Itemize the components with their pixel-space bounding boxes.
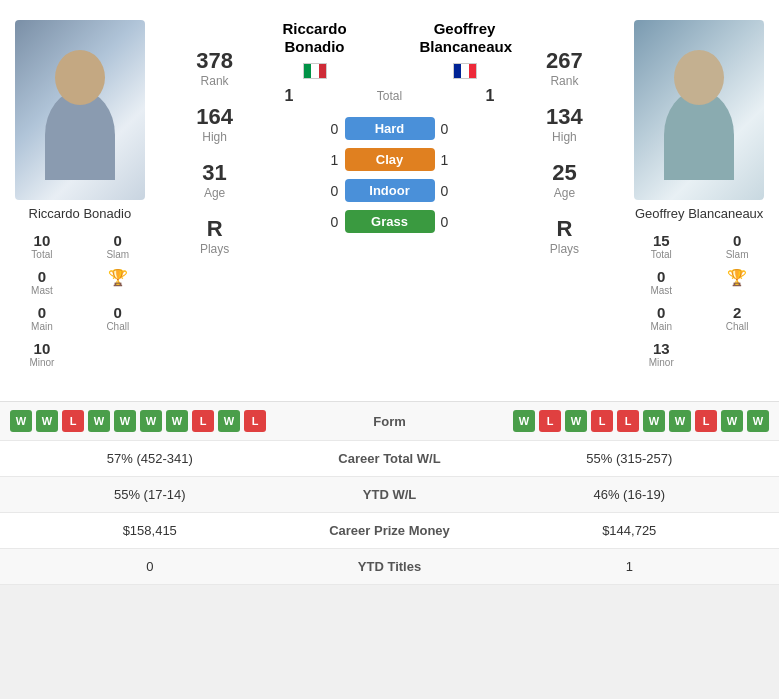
player-right-minor: 13 Minor xyxy=(624,337,698,371)
form-badge: L xyxy=(539,410,561,432)
left-plays-block: R Plays xyxy=(200,216,229,256)
form-badge: W xyxy=(669,410,691,432)
player-right-slam: 0 Slam xyxy=(700,229,774,263)
right-high-block: 134 High xyxy=(546,104,583,144)
form-badge: W xyxy=(565,410,587,432)
surface-row-indoor: 0 Indoor 0 xyxy=(310,175,470,206)
players-section: Riccardo Bonadio 10 Total 0 Slam 0 Mast … xyxy=(0,0,779,391)
left-age-block: 31 Age xyxy=(202,160,226,200)
stats-row-career-total: 57% (452-341) Career Total W/L 55% (315-… xyxy=(0,441,779,477)
stats-left-ytd-titles: 0 xyxy=(10,559,290,574)
app-container: Riccardo Bonadio 10 Total 0 Slam 0 Mast … xyxy=(0,0,779,585)
form-badge: W xyxy=(643,410,665,432)
surface-badge-indoor: Indoor xyxy=(345,179,435,202)
left-high-block: 164 High xyxy=(196,104,233,144)
form-label: Form xyxy=(315,414,465,429)
right-player-header-name: Geoffrey Blancaneaux xyxy=(420,20,510,56)
left-rank-block: 378 Rank xyxy=(196,48,233,88)
trophy-icon-right: 🏆 xyxy=(727,268,747,287)
player-right-chall: 2 Chall xyxy=(700,301,774,335)
form-badge: W xyxy=(114,410,136,432)
form-badge: W xyxy=(218,410,240,432)
surface-rows: 0 Hard 0 1 Clay 1 0 Indoor 0 xyxy=(310,113,470,237)
player-left-photo xyxy=(15,20,145,200)
left-player-header-name: Riccardo Bonadio xyxy=(270,20,360,56)
player-right-name: Geoffrey Blancaneaux xyxy=(635,206,763,221)
form-badge: L xyxy=(591,410,613,432)
form-badge: L xyxy=(192,410,214,432)
surface-row-grass: 0 Grass 0 xyxy=(310,206,470,237)
form-badge: W xyxy=(721,410,743,432)
player-right-photo xyxy=(634,20,764,200)
form-badge: L xyxy=(617,410,639,432)
trophy-icon-left: 🏆 xyxy=(108,268,128,287)
stats-right-ytd-titles: 1 xyxy=(490,559,770,574)
form-badge: L xyxy=(244,410,266,432)
right-age-block: 25 Age xyxy=(552,160,576,200)
player-left-total: 10 Total xyxy=(5,229,79,263)
surface-badge-clay: Clay xyxy=(345,148,435,171)
stats-right-prize-money: $144,725 xyxy=(490,523,770,538)
player-right-mast: 0 Mast xyxy=(624,265,698,299)
player-left-mast: 0 Mast xyxy=(5,265,79,299)
form-badge: W xyxy=(36,410,58,432)
form-badge: W xyxy=(140,410,162,432)
player-left: Riccardo Bonadio 10 Total 0 Slam 0 Mast … xyxy=(0,10,160,381)
right-rank-block: 267 Rank xyxy=(546,48,583,88)
stats-label-prize-money: Career Prize Money xyxy=(290,523,490,538)
form-badge: W xyxy=(88,410,110,432)
surface-row-clay: 1 Clay 1 xyxy=(310,144,470,175)
player-left-trophy: 🏆 xyxy=(81,265,155,299)
player-right-trophy: 🏆 xyxy=(700,265,774,299)
total-score-row: 1 Total 1 xyxy=(270,87,510,105)
stats-right-ytd-wl: 46% (16-19) xyxy=(490,487,770,502)
stats-left-career-total: 57% (452-341) xyxy=(10,451,290,466)
form-badge: W xyxy=(10,410,32,432)
surface-row-hard: 0 Hard 0 xyxy=(310,113,470,144)
flag-france xyxy=(453,63,477,79)
player-left-name: Riccardo Bonadio xyxy=(29,206,132,221)
stats-row-prize-money: $158,415 Career Prize Money $144,725 xyxy=(0,513,779,549)
surface-badge-hard: Hard xyxy=(345,117,435,140)
player-left-main: 0 Main xyxy=(5,301,79,335)
stats-left-ytd-wl: 55% (17-14) xyxy=(10,487,290,502)
stats-label-ytd-wl: YTD W/L xyxy=(290,487,490,502)
stats-left-prize-money: $158,415 xyxy=(10,523,290,538)
player-left-chall: 0 Chall xyxy=(81,301,155,335)
stats-right-career-total: 55% (315-257) xyxy=(490,451,770,466)
form-row: W W L W W W W L W L Form W L W L L W W L xyxy=(0,402,779,441)
stats-label-ytd-titles: YTD Titles xyxy=(290,559,490,574)
right-plays-block: R Plays xyxy=(550,216,579,256)
player-right-stats: 15 Total 0 Slam 0 Mast 🏆 0 Main xyxy=(624,229,774,371)
player-right-main: 0 Main xyxy=(624,301,698,335)
flag-italy xyxy=(303,63,327,79)
stats-label-career-total: Career Total W/L xyxy=(290,451,490,466)
left-center-stats: 378 Rank 164 High 31 Age R Plays xyxy=(160,10,270,381)
form-left: W W L W W W W L W L xyxy=(10,410,315,432)
form-badge: L xyxy=(62,410,84,432)
form-badge: W xyxy=(513,410,535,432)
form-right: W L W L L W W L W W xyxy=(465,410,770,432)
form-badge: W xyxy=(166,410,188,432)
form-badge: W xyxy=(747,410,769,432)
stats-row-ytd-titles: 0 YTD Titles 1 xyxy=(0,549,779,585)
center-section: Riccardo Bonadio Geoffrey Blancaneaux xyxy=(270,10,510,381)
bottom-section: W W L W W W W L W L Form W L W L L W W L xyxy=(0,401,779,585)
player-right-total: 15 Total xyxy=(624,229,698,263)
surface-badge-grass: Grass xyxy=(345,210,435,233)
form-badge: L xyxy=(695,410,717,432)
stats-row-ytd-wl: 55% (17-14) YTD W/L 46% (16-19) xyxy=(0,477,779,513)
player-left-slam: 0 Slam xyxy=(81,229,155,263)
player-right: Geoffrey Blancaneaux 15 Total 0 Slam 0 M… xyxy=(619,10,779,381)
player-left-minor: 10 Minor xyxy=(5,337,79,371)
right-center-stats: 267 Rank 134 High 25 Age R Plays xyxy=(510,10,620,381)
player-left-stats: 10 Total 0 Slam 0 Mast 🏆 0 Main xyxy=(5,229,155,371)
